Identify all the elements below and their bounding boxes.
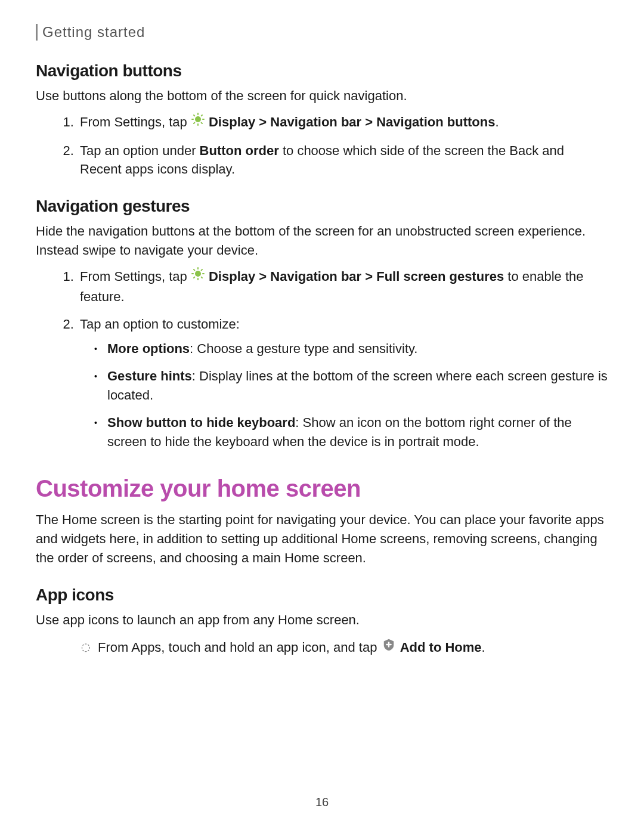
svg-line-14 <box>194 270 194 270</box>
heading-navigation-gestures: Navigation gestures <box>36 197 608 216</box>
intro-navigation-buttons: Use buttons along the bottom of the scre… <box>36 86 608 106</box>
svg-point-9 <box>195 271 201 277</box>
steps-navigation-buttons: From Settings, tap Display > Navigation … <box>36 113 608 179</box>
brightness-icon <box>191 267 205 286</box>
svg-point-0 <box>195 116 201 122</box>
step-text: From Settings, tap <box>80 269 191 284</box>
sub-option: More options: Choose a gesture type and … <box>94 339 608 358</box>
breadcrumb: Getting started <box>36 24 608 41</box>
svg-line-17 <box>201 270 202 270</box>
app-icons-steps: From Apps, touch and hold an app icon, a… <box>36 638 608 658</box>
option-bold: More options <box>107 341 190 356</box>
steps-navigation-gestures: From Settings, tap Display > Navigation … <box>36 267 608 451</box>
step-text: From Settings, tap <box>80 114 191 129</box>
step-text: Tap an option to customize: <box>80 317 240 332</box>
heading-customize-home-screen: Customize your home screen <box>36 475 608 502</box>
intro-navigation-gestures: Hide the navigation buttons at the botto… <box>36 222 608 260</box>
step-item: From Apps, touch and hold an app icon, a… <box>81 638 608 658</box>
step-bold: Button order <box>200 143 279 158</box>
step-bold: Display > Navigation bar > Navigation bu… <box>209 114 495 129</box>
step-text-end: . <box>482 640 485 655</box>
sub-options-list: More options: Choose a gesture type and … <box>80 339 608 451</box>
svg-line-16 <box>194 277 194 277</box>
option-rest: : Choose a gesture type and sensitivity. <box>190 341 417 356</box>
brightness-icon <box>191 112 205 132</box>
page-number: 16 <box>0 795 644 809</box>
sub-option: Show button to hide keyboard: Show an ic… <box>94 413 608 451</box>
svg-line-6 <box>201 122 202 123</box>
svg-line-7 <box>194 122 194 123</box>
svg-line-15 <box>201 277 202 277</box>
step-item: From Settings, tap Display > Navigation … <box>78 113 608 133</box>
svg-line-5 <box>194 115 194 116</box>
option-bold: Gesture hints <box>107 368 192 383</box>
option-bold: Show button to hide keyboard <box>107 415 295 430</box>
heading-app-icons: App icons <box>36 586 608 605</box>
step-bold: Display > Navigation bar > Full screen g… <box>209 269 504 284</box>
step-text: Tap an option under <box>80 143 200 158</box>
step-item: From Settings, tap Display > Navigation … <box>78 267 608 306</box>
step-item: Tap an option under Button order to choo… <box>78 141 608 179</box>
intro-app-icons: Use app icons to launch an app from any … <box>36 611 608 630</box>
step-text-end: . <box>495 114 499 129</box>
heading-navigation-buttons: Navigation buttons <box>36 61 608 80</box>
step-item: Tap an option to customize: More options… <box>78 315 608 451</box>
add-icon <box>382 637 395 657</box>
sub-option: Gesture hints: Display lines at the bott… <box>94 367 608 405</box>
svg-line-8 <box>201 115 202 116</box>
step-text: From Apps, touch and hold an app icon, a… <box>98 640 381 655</box>
intro-customize-home-screen: The Home screen is the starting point fo… <box>36 510 608 568</box>
step-bold: Add to Home <box>400 640 482 655</box>
